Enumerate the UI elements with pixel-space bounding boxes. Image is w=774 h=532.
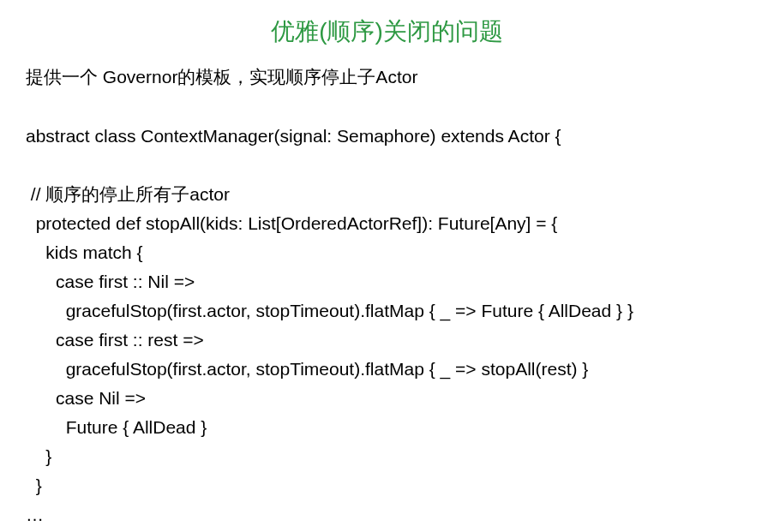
code-line-8: case first :: rest => [26, 330, 204, 350]
code-line-4: protected def stopAll(kids: List[Ordered… [26, 213, 557, 233]
slide-title: 优雅(顺序)关闭的问题 [26, 15, 748, 48]
code-line-5: kids match { [26, 242, 143, 262]
code-line-10: case Nil => [26, 388, 146, 408]
code-line-1: abstract class ContextManager(signal: Se… [26, 126, 561, 146]
code-line-3: // 顺序的停止所有子actor [26, 184, 230, 204]
slide-container: 优雅(顺序)关闭的问题 提供一个 Governor的模板，实现顺序停止子Acto… [0, 0, 774, 529]
code-line-13: } [26, 475, 42, 495]
code-line-9: gracefulStop(first.actor, stopTimeout).f… [26, 359, 588, 379]
slide-description: 提供一个 Governor的模板，实现顺序停止子Actor [26, 63, 748, 91]
code-block: abstract class ContextManager(signal: Se… [26, 122, 748, 529]
code-line-11: Future { AllDead } [26, 417, 207, 437]
code-line-14: … [26, 505, 44, 524]
code-line-12: } [26, 446, 51, 466]
code-line-7: gracefulStop(first.actor, stopTimeout).f… [26, 301, 633, 320]
code-line-6: case first :: Nil => [26, 272, 195, 291]
